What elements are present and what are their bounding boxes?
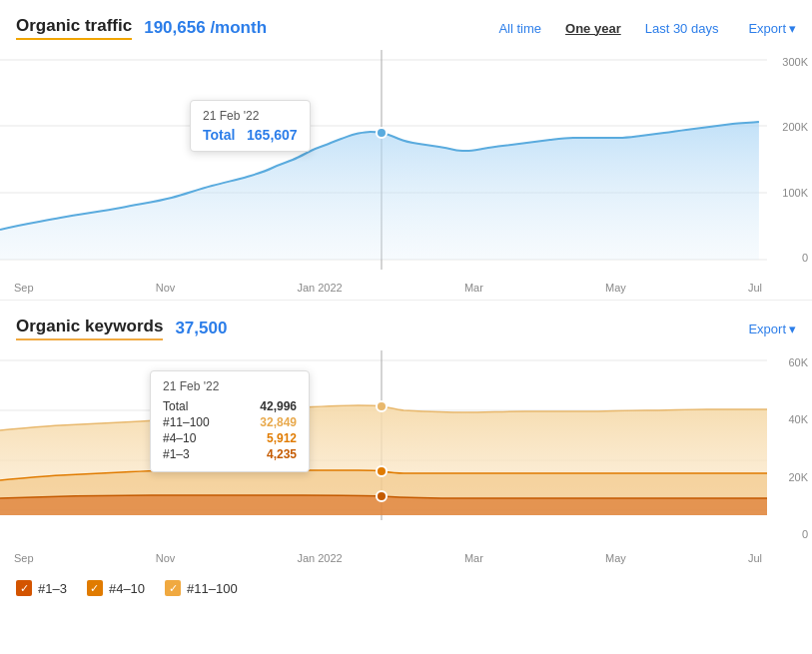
kw-y-label-20k: 20K — [771, 471, 808, 483]
keywords-x-axis: Sep Nov Jan 2022 Mar May Jul — [0, 550, 812, 570]
kw-dot-bot — [377, 491, 387, 501]
time-filter-group: All time One year Last 30 days Export ▾ — [488, 17, 796, 40]
traffic-tooltip-dot — [377, 128, 387, 138]
traffic-header: Organic traffic 190,656 /month All time … — [0, 16, 812, 50]
keywords-export-group: Export ▾ — [732, 322, 796, 336]
x-label-nov: Nov — [156, 282, 176, 294]
x-label-jan: Jan 2022 — [297, 282, 342, 294]
traffic-export-button[interactable]: Export ▾ — [748, 21, 796, 36]
kw-x-nov: Nov — [156, 552, 176, 564]
kw-y-label-40k: 40K — [771, 413, 808, 425]
filter-one-year[interactable]: One year — [555, 17, 631, 40]
kw-y-label-60k: 60K — [771, 356, 808, 368]
kw-x-jul: Jul — [748, 552, 762, 564]
keywords-legend: ✓ #1–3 ✓ #4–10 ✓ #11–100 — [0, 570, 812, 608]
filter-all-time[interactable]: All time — [488, 17, 551, 40]
x-label-may: May — [605, 282, 626, 294]
kw-y-label-0: 0 — [771, 528, 808, 540]
keywords-header: Organic keywords 37,500 Export ▾ — [0, 317, 812, 350]
kw-x-jan: Jan 2022 — [297, 552, 342, 564]
keywords-value: 37,500 — [175, 319, 227, 338]
y-label-200k: 200K — [771, 121, 808, 133]
kw-x-sep: Sep — [14, 552, 34, 564]
traffic-y-axis: 300K 200K 100K 0 — [767, 50, 812, 280]
organic-keywords-widget: Organic keywords 37,500 Export ▾ — [0, 301, 812, 608]
chevron-down-icon: ▾ — [789, 21, 796, 36]
traffic-chart-area: 21 Feb '22 Total 165,607 300K 200K 100K … — [0, 50, 812, 280]
legend-item-1-3[interactable]: ✓ #1–3 — [16, 580, 67, 596]
legend-checkbox-11-100: ✓ — [165, 580, 181, 596]
filter-last-30-days[interactable]: Last 30 days — [635, 17, 729, 40]
kw-dot-mid — [377, 466, 387, 476]
kw-x-may: May — [605, 552, 626, 564]
legend-checkbox-1-3: ✓ — [16, 580, 32, 596]
traffic-title: Organic traffic — [16, 16, 132, 40]
export-label: Export — [748, 21, 786, 36]
x-label-jul: Jul — [748, 282, 762, 294]
organic-traffic-widget: Organic traffic 190,656 /month All time … — [0, 0, 812, 301]
traffic-x-axis: Sep Nov Jan 2022 Mar May Jul — [0, 280, 812, 300]
traffic-title-group: Organic traffic 190,656 /month — [16, 16, 267, 40]
legend-label-11-100: #11–100 — [187, 581, 238, 596]
x-label-sep: Sep — [14, 282, 34, 294]
traffic-value: 190,656 /month — [144, 18, 267, 38]
keywords-chart-svg — [0, 350, 767, 550]
y-label-0: 0 — [771, 252, 808, 264]
keywords-chart-area: 21 Feb '22 Total 42,996 #11–100 32,849 #… — [0, 350, 812, 550]
traffic-chart-svg — [0, 50, 767, 280]
kw-x-mar: Mar — [464, 552, 483, 564]
legend-label-4-10: #4–10 — [109, 581, 145, 596]
legend-item-11-100[interactable]: ✓ #11–100 — [165, 580, 238, 596]
y-label-300k: 300K — [771, 56, 808, 68]
legend-label-1-3: #1–3 — [38, 581, 67, 596]
y-label-100k: 100K — [771, 187, 808, 199]
kw-dot-top — [377, 401, 387, 411]
keywords-export-label: Export — [748, 322, 786, 336]
keywords-title-group: Organic keywords 37,500 — [16, 317, 227, 340]
chevron-down-icon-kw: ▾ — [789, 322, 796, 336]
keywords-y-axis: 60K 40K 20K 0 — [767, 350, 812, 550]
keywords-title: Organic keywords — [16, 317, 163, 340]
keywords-export-button[interactable]: Export ▾ — [748, 322, 796, 336]
x-label-mar: Mar — [464, 282, 483, 294]
legend-item-4-10[interactable]: ✓ #4–10 — [87, 580, 145, 596]
legend-checkbox-4-10: ✓ — [87, 580, 103, 596]
